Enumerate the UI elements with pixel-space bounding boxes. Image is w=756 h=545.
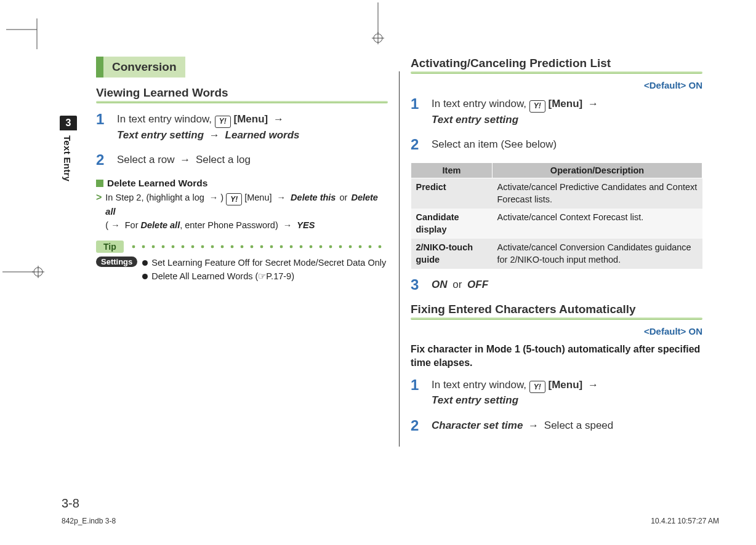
default-value-label: <Default> ON [411, 326, 702, 336]
table-row: Candidate display Activate/cancel Contex… [411, 209, 702, 239]
print-footer: 842p_E.indb 3-8 10.4.21 10:57:27 AM [62, 517, 719, 525]
subheading-viewing-learned-words: Viewing Learned Words [96, 86, 388, 100]
footer-filename: 842p_E.indb 3-8 [62, 517, 116, 525]
crop-mark-top-left [6, 18, 43, 55]
subheading-activating-prediction: Activating/Canceling Prediction List [411, 57, 702, 70]
step-2-viewing: 2 Select a row → Select a log [96, 153, 388, 168]
tip-badge: Tip [96, 241, 124, 253]
default-value-label: <Default> ON [411, 80, 702, 90]
bullet-icon [142, 260, 148, 266]
y-key-icon: Y! [529, 100, 545, 113]
left-column: Conversion Viewing Learned Words 1 In te… [96, 57, 388, 447]
step-1-viewing: 1 In text entry window, Y! [Menu] → Text… [96, 112, 388, 143]
step-1-fixing: 1 In text entry window, Y! [Menu] → Text… [411, 378, 702, 408]
subheading-fixing-characters: Fixing Entered Characters Automatically [411, 303, 702, 316]
y-key-icon: Y! [529, 381, 545, 393]
bullet-icon [142, 274, 148, 279]
delete-learned-words-block: Delete Learned Words > In Step 2, (highl… [96, 178, 388, 233]
operation-table: Item Operation/Description Predict Activ… [411, 162, 702, 269]
fixing-description: Fix character in Mode 1 (5-touch) automa… [411, 343, 702, 370]
column-divider [399, 71, 400, 447]
page-content: 3 Text Entry Conversion Viewing Learned … [62, 57, 707, 499]
y-key-icon: Y! [215, 116, 231, 128]
step-2-fixing: 2 Character set time → Select a speed [411, 418, 702, 434]
page-number: 3-8 [62, 496, 79, 511]
step-2-activating: 2 Select an item (See below) [411, 137, 702, 153]
step-1-activating: 1 In text entry window, Y! [Menu] → Text… [411, 97, 702, 127]
registration-mark-top [372, 2, 384, 46]
square-bullet-icon [96, 180, 103, 187]
tip-row: Tip [96, 241, 388, 253]
chevron-right-icon: > [96, 191, 102, 233]
registration-mark-left [2, 266, 46, 278]
tip-dots-icon [129, 245, 388, 249]
settings-badge: Settings [96, 257, 137, 267]
chapter-number: 3 [60, 116, 77, 130]
footer-timestamp: 10.4.21 10:57:27 AM [651, 517, 719, 525]
settings-tips: Settings Set Learning Feature Off for Se… [96, 257, 388, 284]
table-header-item: Item [411, 162, 493, 178]
table-row: Predict Activate/cancel Predictive Candi… [411, 178, 702, 209]
table-header-operation: Operation/Description [493, 162, 702, 178]
chapter-side-tab: 3 Text Entry [60, 116, 78, 181]
step-3-activating: 3 ON or OFF [411, 277, 702, 293]
chapter-label: Text Entry [60, 130, 75, 181]
table-row: 2/NIKO-touch guide Activate/cancel Conve… [411, 239, 702, 269]
section-heading-conversion: Conversion [96, 57, 388, 78]
y-key-icon: Y! [226, 193, 242, 205]
right-column: Activating/Canceling Prediction List <De… [411, 57, 702, 447]
